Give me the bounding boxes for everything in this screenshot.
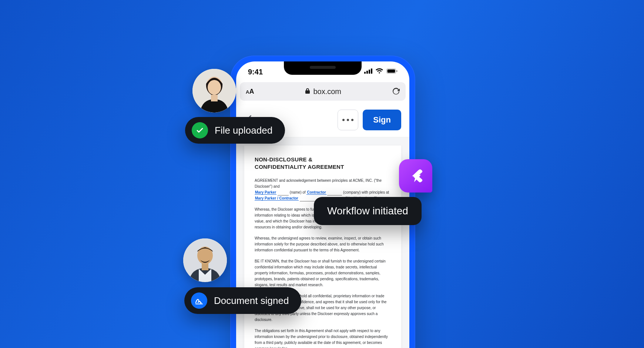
lock-icon	[305, 87, 310, 96]
check-icon	[192, 122, 208, 138]
svg-rect-2	[369, 70, 370, 74]
svg-rect-5	[388, 70, 395, 73]
text-size-button[interactable]: AA	[246, 88, 254, 96]
svg-rect-0	[364, 72, 366, 74]
document-page: NON-DISCLOSURE & CONFIDENTIALITY AGREEME…	[244, 145, 401, 348]
more-options-button[interactable]	[338, 110, 358, 130]
document-p2: Whereas, the undersigned agrees to revie…	[255, 235, 391, 253]
refresh-button[interactable]	[392, 88, 400, 95]
notification-workflow-initiated: Workflow initiated	[314, 197, 422, 225]
notification-workflow-initiated-label: Workflow initiated	[327, 205, 408, 217]
workflow-app-icon	[399, 159, 432, 193]
svg-point-10	[208, 80, 221, 95]
filled-name: Mary Parker	[255, 190, 276, 195]
document-viewport[interactable]: NON-DISCLOSURE & CONFIDENTIALITY AGREEME…	[236, 137, 409, 348]
notification-file-uploaded: File uploaded	[185, 117, 285, 144]
signature-icon	[191, 292, 207, 309]
browser-url-bar[interactable]: AA box.com	[240, 82, 406, 101]
wifi-icon	[375, 68, 383, 76]
url-domain-text: box.com	[313, 87, 341, 96]
status-icons-group	[364, 68, 398, 76]
url-domain-display[interactable]: box.com	[305, 87, 341, 96]
svg-point-15	[197, 247, 213, 264]
status-bar: 9:41	[236, 61, 409, 80]
document-p3: BE IT KNOWN, that the Discloser has or s…	[255, 258, 391, 288]
canvas: 9:41 AA	[0, 0, 644, 348]
sign-button[interactable]: Sign	[363, 110, 401, 130]
svg-rect-1	[366, 71, 368, 74]
filled-role: Contractor	[306, 190, 326, 195]
svg-rect-6	[396, 70, 398, 72]
battery-icon	[386, 68, 398, 75]
document-p5: The obligations set forth in this Agreem…	[255, 328, 391, 348]
svg-rect-11	[211, 95, 218, 101]
notification-file-uploaded-label: File uploaded	[215, 125, 272, 136]
svg-rect-3	[371, 68, 372, 74]
filled-combined: Mary Parker / Contractor	[255, 196, 299, 201]
status-time: 9:41	[248, 68, 263, 76]
document-title: NON-DISCLOSURE & CONFIDENTIALITY AGREEME…	[255, 156, 391, 171]
notification-document-signed: Document signed	[184, 287, 301, 314]
cellular-icon	[364, 68, 372, 75]
avatar-uploader	[192, 69, 236, 113]
notification-document-signed-label: Document signed	[214, 295, 289, 307]
notch	[284, 61, 362, 75]
avatar-signer	[183, 238, 227, 282]
